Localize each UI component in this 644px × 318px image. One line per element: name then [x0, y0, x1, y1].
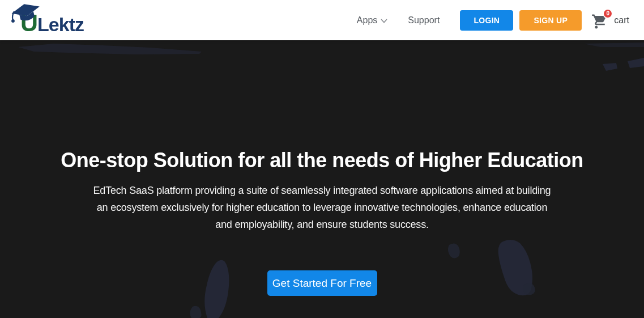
nav-item-apps[interactable]: Apps — [357, 15, 387, 26]
nav-item-support[interactable]: Support — [408, 15, 440, 26]
cart-button[interactable]: 0 cart — [591, 11, 629, 29]
get-started-button[interactable]: Get Started For Free — [267, 270, 377, 296]
nav-item-apps-label: Apps — [357, 15, 377, 26]
hero-description-line: an ecosystem exclusively for higher educ… — [0, 199, 644, 216]
graduation-cap-icon — [10, 3, 43, 27]
hero-description-line: EdTech SaaS platform providing a suite o… — [0, 182, 644, 199]
header-nav: Apps Support LOGIN SIGN UP 0 cart — [357, 10, 629, 31]
cart-count-badge: 0 — [603, 9, 613, 19]
hero-content: One-stop Solution for all the needs of H… — [0, 40, 644, 296]
hero-description: EdTech SaaS platform providing a suite o… — [0, 182, 644, 233]
logo-letters-lektz: Lektz — [37, 14, 84, 35]
signup-button[interactable]: SIGN UP — [519, 10, 582, 31]
login-button[interactable]: LOGIN — [460, 10, 513, 31]
hero-section: One-stop Solution for all the needs of H… — [0, 40, 644, 318]
chevron-down-icon — [381, 19, 387, 23]
ulektz-logo[interactable]: ULektz — [10, 0, 84, 40]
top-navigation-bar: ULektz Apps Support LOGIN SIGN UP — [0, 0, 644, 40]
cart-icon-wrap: 0 — [591, 11, 609, 29]
nav-item-support-label: Support — [408, 15, 440, 26]
cart-label: cart — [614, 15, 629, 26]
hero-description-line: and employability, and ensure students s… — [0, 216, 644, 233]
hero-title: One-stop Solution for all the needs of H… — [0, 148, 644, 173]
page: ULektz Apps Support LOGIN SIGN UP — [0, 0, 644, 318]
